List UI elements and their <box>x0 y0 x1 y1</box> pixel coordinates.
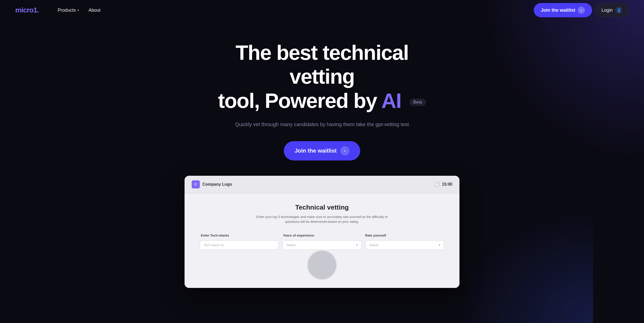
demo-section-title: Technical vetting <box>200 203 444 211</box>
avatar-area <box>200 255 444 275</box>
hero-section: The best technical vetting tool, Powered… <box>0 20 644 176</box>
join-waitlist-nav-button[interactable]: Join the waitlist › <box>534 3 592 17</box>
hero-title-line2: tool, Powered by <box>218 89 381 112</box>
join-waitlist-nav-label: Join the waitlist <box>541 8 575 13</box>
arrow-right-icon: › <box>578 7 585 14</box>
join-waitlist-hero-button[interactable]: Join the waitlist › <box>284 141 360 160</box>
tech-stack-input[interactable]: Tech stack #1 <box>200 240 278 250</box>
col3-label: Rate yourself <box>365 233 443 237</box>
chevron-down-icon: ▾ <box>356 243 358 247</box>
demo-card-body: Technical vetting Enter your top 3 techn… <box>185 193 459 288</box>
col2-label: Years of experience <box>283 233 361 237</box>
demo-card: C Company Logo 🕐 15:00 Technical vetting… <box>185 176 459 288</box>
login-label: Login <box>601 8 613 13</box>
clock-icon: 🕐 <box>434 182 440 187</box>
hero-title-ai: AI <box>381 89 401 112</box>
nav-about[interactable]: About <box>85 6 104 15</box>
chevron-down-icon: ▾ <box>77 8 79 12</box>
logo[interactable]: micro1. <box>15 6 39 14</box>
demo-table-header: Enter Tech-stacks Years of experience Ra… <box>200 233 444 237</box>
demo-row-1: Tech stack #1 Select ▾ Select ▾ <box>200 240 444 250</box>
hero-title-line1: The best technical vetting <box>235 41 408 88</box>
hero-subtitle: Quickly vet through many candidates by h… <box>10 120 634 128</box>
timer-value: 15:00 <box>442 182 452 187</box>
nav-actions: Join the waitlist › Login 👤 <box>534 3 629 17</box>
company-logo-letter: C <box>194 182 197 186</box>
beta-badge: Beta <box>410 99 426 106</box>
join-waitlist-hero-label: Join the waitlist <box>295 148 337 154</box>
demo-card-header: C Company Logo 🕐 15:00 <box>185 176 459 193</box>
hero-title: The best technical vetting tool, Powered… <box>207 41 437 113</box>
nav-links: Products ▾ About <box>54 6 534 15</box>
nav-about-label: About <box>89 8 101 13</box>
company-logo-icon: C <box>192 180 200 188</box>
tech-stack-placeholder: Tech stack #1 <box>204 243 224 247</box>
chevron-down-icon: ▾ <box>439 243 440 247</box>
nav-products[interactable]: Products ▾ <box>54 6 82 15</box>
user-icon: 👤 <box>615 7 622 14</box>
navbar: micro1. Products ▾ About Join the waitli… <box>0 0 644 20</box>
logo-dot: . <box>37 6 39 14</box>
nav-products-label: Products <box>58 8 76 13</box>
logo-text: micro1 <box>15 6 37 14</box>
timer: 🕐 15:00 <box>434 182 452 187</box>
login-button[interactable]: Login 👤 <box>595 3 629 17</box>
rate-yourself-select[interactable]: Select ▾ <box>366 240 444 250</box>
demo-container: C Company Logo 🕐 15:00 Technical vetting… <box>169 176 475 288</box>
col1-label: Enter Tech-stacks <box>201 233 279 237</box>
company-logo-text: Company Logo <box>202 182 232 187</box>
avatar <box>307 250 337 280</box>
company-logo: C Company Logo <box>192 180 232 188</box>
demo-section-desc: Enter your top 3 technologies and make s… <box>200 214 444 224</box>
years-select-value: Select <box>286 243 296 247</box>
years-experience-select[interactable]: Select ▾ <box>283 240 361 250</box>
arrow-right-icon: › <box>340 146 349 155</box>
rate-select-value: Select <box>369 243 379 247</box>
